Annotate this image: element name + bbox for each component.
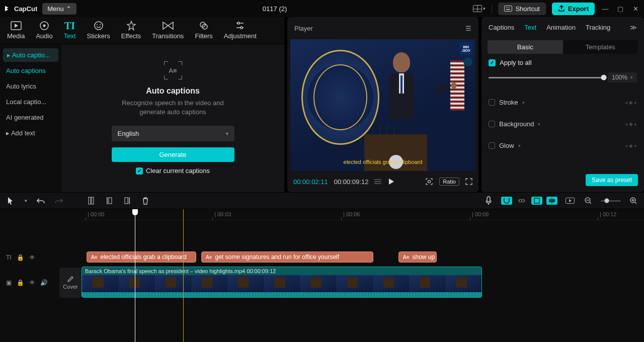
apply-to-all-checkbox[interactable]: ✓ xyxy=(489,59,496,66)
tab-text[interactable]: TIText xyxy=(59,18,81,44)
zoom-out-button[interactable] xyxy=(583,195,594,206)
rp-more-icon[interactable]: ≫ xyxy=(630,24,637,31)
snap-toggle-1[interactable] xyxy=(531,197,542,205)
preview-button[interactable] xyxy=(565,195,576,206)
play-button[interactable] xyxy=(387,178,394,185)
timeline-ruler[interactable]: | 00:00 | 00:03 | 00:06 | 00:09 | 00:12 xyxy=(82,209,644,220)
clear-captions-row[interactable]: ✓ Clear current captions xyxy=(136,167,210,175)
sidebar-item-local-captions[interactable]: Local captio... xyxy=(0,94,61,110)
prop-nav[interactable]: ◂ ◆ ▸ xyxy=(625,121,637,127)
tab-adjustment[interactable]: Adjustment xyxy=(219,18,262,44)
text-track-icon[interactable]: TI xyxy=(6,254,12,261)
opacity-slider[interactable] xyxy=(489,77,604,78)
language-select[interactable]: English ▾ xyxy=(112,126,234,141)
zoom-slider[interactable] xyxy=(601,200,621,202)
sidebar-header-auto-captions[interactable]: ▸ Auto captio... xyxy=(3,48,58,62)
effects-icon xyxy=(126,20,136,31)
speaker-icon[interactable]: 🔊 xyxy=(40,279,48,286)
tab-stickers[interactable]: Stickers xyxy=(82,18,115,44)
eye-icon[interactable]: 👁 xyxy=(29,254,35,261)
caption-clip[interactable]: A≡elected officials grab a clipboard xyxy=(87,251,196,263)
list-icon[interactable] xyxy=(374,179,381,185)
eye-icon[interactable]: 👁 xyxy=(29,279,35,286)
apply-to-all-row[interactable]: ✓ Apply to all xyxy=(489,59,637,66)
transitions-icon xyxy=(163,20,174,31)
layout-button[interactable]: ▾ xyxy=(473,5,486,12)
export-icon xyxy=(558,5,565,12)
opacity-value[interactable]: 100%▾ xyxy=(608,72,637,82)
svg-rect-35 xyxy=(549,199,551,202)
shortcut-button[interactable]: Shortcut xyxy=(498,3,545,15)
chevron-down-icon: ▾ xyxy=(483,6,486,11)
pointer-tool[interactable] xyxy=(5,195,16,206)
rp-tab-animation[interactable]: Animation xyxy=(546,24,576,31)
caption-clip-text: get some signatures and run for office y… xyxy=(215,253,340,261)
magnet-link-toggle[interactable] xyxy=(516,197,527,205)
delete-button[interactable] xyxy=(140,195,151,206)
trim-right-button[interactable] xyxy=(122,195,133,206)
rp-subtab-basic[interactable]: Basic xyxy=(488,40,563,54)
tab-filters[interactable]: Filters xyxy=(190,18,217,44)
sidebar-item-ai-generated[interactable]: AI generated xyxy=(0,110,61,125)
background-checkbox[interactable] xyxy=(489,121,495,127)
rp-tab-tracking[interactable]: Tracking xyxy=(586,24,610,31)
glow-checkbox[interactable] xyxy=(489,142,495,149)
rp-tab-text[interactable]: Text xyxy=(524,24,536,31)
svg-rect-30 xyxy=(487,197,490,202)
player-title: Player xyxy=(294,25,313,32)
audio-icon xyxy=(39,20,49,31)
trim-left-button[interactable] xyxy=(104,195,115,206)
video-clip[interactable]: Barack Obama's final speech as president… xyxy=(82,267,482,298)
scan-icon[interactable] xyxy=(425,178,433,186)
player-viewport[interactable]: WH .GOV elected officials grab a clipboa… xyxy=(290,39,475,171)
mic-button[interactable] xyxy=(483,195,494,206)
sidebar-item-add-text[interactable]: ▸ Add text xyxy=(0,125,61,141)
rp-subtab-templates[interactable]: Templates xyxy=(563,40,638,54)
sidebar-item-auto-captions[interactable]: Auto captions xyxy=(0,63,61,78)
close-button[interactable]: ✕ xyxy=(631,5,640,13)
snap-toggle-2[interactable] xyxy=(546,197,557,205)
export-button[interactable]: Export xyxy=(552,3,595,15)
minimize-button[interactable]: — xyxy=(601,5,610,13)
pointer-dropdown[interactable]: ▾ xyxy=(23,195,28,206)
menu-button[interactable]: Menu ⌃ xyxy=(42,3,76,15)
caption-clip[interactable]: A≡show up xyxy=(398,251,437,263)
sidebar-item-auto-lyrics[interactable]: Auto lyrics xyxy=(0,78,61,94)
prop-background[interactable]: Background▾◂ ◆ ▸ xyxy=(489,113,637,135)
save-preset-button[interactable]: Save as preset xyxy=(586,174,638,186)
tab-media[interactable]: Media xyxy=(2,18,30,44)
prop-nav[interactable]: ◂ ◆ ▸ xyxy=(625,143,637,148)
redo-button[interactable] xyxy=(53,195,64,206)
rp-tab-captions[interactable]: Captions xyxy=(489,24,514,31)
cover-button[interactable]: Cover xyxy=(59,268,82,298)
stroke-checkbox[interactable] xyxy=(489,99,495,106)
magnet-main-toggle[interactable] xyxy=(501,197,512,205)
svg-rect-28 xyxy=(125,198,128,204)
split-button[interactable] xyxy=(86,195,97,206)
generate-button[interactable]: Generate xyxy=(112,147,234,162)
caption-clip[interactable]: A≡get some signatures and run for office… xyxy=(201,251,373,263)
prop-nav[interactable]: ◂ ◆ ▸ xyxy=(625,100,637,105)
prop-stroke[interactable]: Stroke▾◂ ◆ ▸ xyxy=(489,92,637,113)
video-track-icon[interactable]: ▣ xyxy=(6,279,12,286)
prop-glow[interactable]: Glow▾◂ ◆ ▸ xyxy=(489,135,637,156)
clear-captions-checkbox[interactable]: ✓ xyxy=(136,167,143,175)
svg-rect-3 xyxy=(505,6,512,12)
apply-to-all-label: Apply to all xyxy=(500,59,532,66)
tab-effects[interactable]: Effects xyxy=(116,18,146,44)
tab-transitions[interactable]: Transitions xyxy=(147,18,189,44)
player-menu-icon[interactable]: ☰ xyxy=(465,25,471,32)
text-icon: TI xyxy=(64,20,75,31)
maximize-button[interactable]: ▢ xyxy=(616,5,625,13)
undo-button[interactable] xyxy=(35,195,46,206)
caption-clip-icon: A≡ xyxy=(403,254,410,260)
zoom-in-button[interactable] xyxy=(628,195,639,206)
playhead[interactable] xyxy=(135,209,135,342)
lock-icon[interactable]: 🔒 xyxy=(17,254,24,261)
ratio-button[interactable]: Ratio xyxy=(439,178,459,186)
svg-point-6 xyxy=(509,7,510,8)
tab-audio[interactable]: Audio xyxy=(31,18,57,44)
caption-clip-text: elected officials grab a clipboard xyxy=(101,253,187,261)
fullscreen-icon[interactable] xyxy=(465,178,472,185)
lock-icon[interactable]: 🔒 xyxy=(17,279,24,286)
